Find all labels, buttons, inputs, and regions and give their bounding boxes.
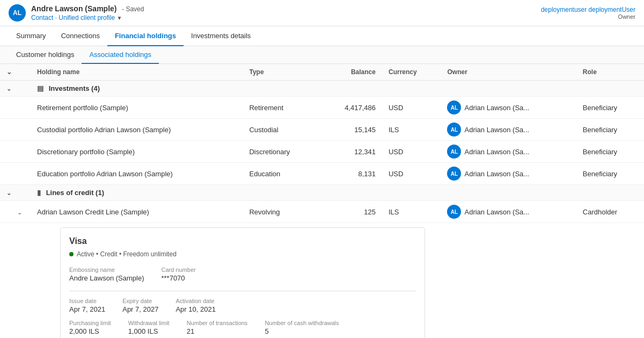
activation-date-value: Apr 10, 2021 (175, 305, 215, 313)
holding-type-custodial: Custodial (243, 119, 319, 141)
user-info: Andre Lawson (Sample) - Saved Contact · … (31, 4, 144, 21)
card-field-activation-date: Activation date Apr 10, 2021 (175, 298, 215, 313)
owner-avatar-custodial: AL (447, 123, 461, 136)
row-expand-credit-sub[interactable]: ⌄ (0, 201, 31, 223)
owner-avatar-retirement: AL (447, 100, 461, 114)
chevron-investments-icon[interactable]: ⌄ (6, 85, 11, 92)
holding-owner-credit-line: AL Adrian Lawson (Sa... (441, 201, 576, 223)
col-expand: ⌄ (0, 64, 31, 81)
card-field-cash-withdrawals: Number of cash withdrawals 5 (265, 320, 339, 335)
holding-owner-education: AL Adrian Lawson (Sa... (441, 163, 576, 185)
group-row-lines-of-credit: ⌄ ▮ Lines of credit (1) (0, 185, 644, 201)
owner-label: Owner (541, 13, 635, 20)
card-field-issue-date: Issue date Apr 7, 2021 (69, 298, 105, 313)
card-divider-1 (69, 291, 416, 291)
card-fields-top: Embossing name Andre Lawson (Sample) Car… (69, 267, 416, 282)
credit-card-icon: ▮ (37, 189, 41, 197)
card-panel-row: Visa Active • Credit • Freedom unlimited… (0, 223, 644, 339)
holding-balance-education: 8,131 (319, 163, 382, 185)
owner-name-custodial: Adrian Lawson (Sa... (464, 126, 529, 134)
chevron-all-icon[interactable]: ⌄ (6, 68, 12, 76)
col-holding-name: Holding name (31, 64, 243, 81)
nav-tabs: Summary Connections Financial holdings I… (0, 26, 644, 46)
sub-tab-customer-holdings[interactable]: Customer holdings (9, 46, 82, 64)
holding-role-education: Beneficiary (576, 163, 644, 185)
issue-date-value: Apr 7, 2021 (69, 305, 105, 313)
transactions-value: 21 (187, 327, 194, 335)
holding-type-education: Education (243, 163, 319, 185)
tab-connections[interactable]: Connections (54, 26, 107, 46)
holding-currency-education: USD (382, 163, 441, 185)
table-row: Custodial portfolio Adrian Lawson (Sampl… (0, 119, 644, 141)
holding-name-retirement: Retirement portfolio (Sample) (31, 97, 243, 119)
top-bar-right: deploymentuser deploymentUser Owner (541, 6, 635, 20)
chevron-down-icon: ▼ (116, 15, 122, 21)
sub-tab-associated-holdings[interactable]: Associated holdings (82, 46, 159, 64)
card-field-number: Card number ***7070 (161, 267, 195, 282)
col-type: Type (243, 64, 319, 81)
owner-name-discretionary: Adrian Lawson (Sa... (464, 148, 529, 156)
embossing-label: Embossing name (69, 267, 144, 273)
holding-currency-credit-line: ILS (382, 201, 441, 223)
withdrawal-limit-value: 1,000 ILS (128, 327, 158, 335)
col-balance: Balance (319, 64, 382, 81)
group-label-investments: ▤ Investments (4) (31, 81, 644, 97)
owner-avatar-credit-line: AL (447, 205, 461, 219)
transactions-label: Number of transactions (187, 320, 248, 326)
tab-investments-details[interactable]: Investments details (184, 26, 258, 46)
col-owner: Owner (441, 64, 576, 81)
holding-role-discretionary: Beneficiary (576, 141, 644, 163)
card-title: Visa (69, 236, 416, 246)
status-dot-icon (69, 252, 74, 256)
row-expand-cell (0, 119, 31, 141)
purchasing-limit-value: 2,000 ILS (69, 327, 99, 335)
card-row-limits: Purchasing limit 2,000 ILS Withdrawal li… (69, 320, 416, 335)
content-area: ⌄ Holding name Type Balance Currency Own… (0, 64, 644, 338)
chevron-credit-sub-icon[interactable]: ⌄ (17, 209, 22, 216)
holding-balance-retirement: 4,417,486 (319, 97, 382, 119)
col-currency: Currency (382, 64, 441, 81)
card-panel: Visa Active • Credit • Freedom unlimited… (60, 227, 425, 338)
holding-type-retirement: Retirement (243, 97, 319, 119)
sub-tabs: Customer holdings Associated holdings (0, 46, 644, 64)
card-panel-cell: Visa Active • Credit • Freedom unlimited… (0, 223, 644, 339)
holding-balance-credit-line: 125 (319, 201, 382, 223)
expiry-date-label: Expiry date (122, 298, 158, 304)
holding-type-credit-line: Revolving (243, 201, 319, 223)
holding-role-credit-line: Cardholder (576, 201, 644, 223)
owner-name-retirement: Adrian Lawson (Sa... (464, 104, 529, 112)
table-row: Retirement portfolio (Sample) Retirement… (0, 97, 644, 119)
group-row-investments: ⌄ ▤ Investments (4) (0, 81, 644, 97)
avatar: AL (9, 4, 26, 21)
holding-role-retirement: Beneficiary (576, 97, 644, 119)
purchasing-limit-label: Purchasing limit (69, 320, 111, 326)
tab-summary[interactable]: Summary (9, 26, 54, 46)
row-expand-cell (0, 163, 31, 185)
owner-name-education: Adrian Lawson (Sa... (464, 170, 529, 178)
holding-owner-custodial: AL Adrian Lawson (Sa... (441, 119, 576, 141)
cash-withdrawals-label: Number of cash withdrawals (265, 320, 339, 326)
user-sub: Contact · Unified client profile ▼ (31, 14, 144, 21)
deploy-user[interactable]: deploymentuser deploymentUser (541, 6, 635, 13)
holdings-table: ⌄ Holding name Type Balance Currency Own… (0, 64, 644, 338)
top-bar-left: AL Andre Lawson (Sample) - Saved Contact… (9, 4, 144, 21)
holding-currency-retirement: USD (382, 97, 441, 119)
owner-avatar-discretionary: AL (447, 145, 461, 159)
holding-currency-custodial: ILS (382, 119, 441, 141)
user-sub-link[interactable]: Contact · Unified client profile (31, 14, 115, 21)
col-role: Role (576, 64, 644, 81)
table-row: Education portfolio Adrian Lawson (Sampl… (0, 163, 644, 185)
saved-badge: - Saved (122, 5, 144, 13)
group-expand-credit[interactable]: ⌄ (0, 185, 31, 201)
holding-owner-discretionary: AL Adrian Lawson (Sa... (441, 141, 576, 163)
holding-owner-retirement: AL Adrian Lawson (Sa... (441, 97, 576, 119)
holding-name-credit-line: Adrian Lawson Credit Line (Sample) (31, 201, 243, 223)
card-status: Active • Credit • Freedom unlimited (69, 250, 416, 258)
chevron-credit-icon[interactable]: ⌄ (6, 190, 11, 197)
holding-name-discretionary: Discretionary portfolio (Sample) (31, 141, 243, 163)
user-name: Andre Lawson (Sample) (31, 4, 116, 13)
row-expand-cell (0, 97, 31, 119)
group-expand-investments[interactable]: ⌄ (0, 81, 31, 97)
tab-financial-holdings[interactable]: Financial holdings (107, 26, 184, 46)
holding-role-custodial: Beneficiary (576, 119, 644, 141)
